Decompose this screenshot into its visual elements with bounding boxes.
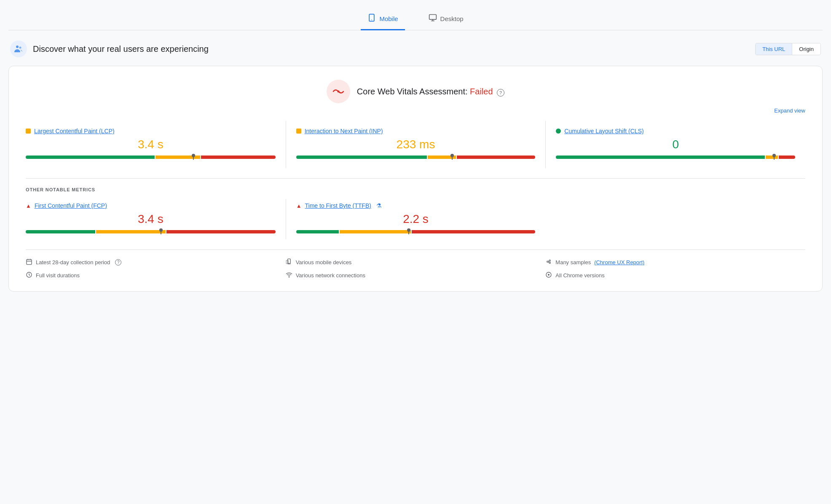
svg-point-17 [549, 262, 550, 263]
footer-info: Latest 28-day collection period ? Variou… [26, 249, 805, 279]
clock-icon [26, 271, 32, 279]
fcp-value: 3.4 s [26, 212, 276, 226]
ttfb-name[interactable]: Time to First Byte (TTFB) [305, 202, 371, 209]
ttfb-bar [296, 230, 536, 233]
tab-desktop[interactable]: Desktop [422, 8, 470, 30]
ttfb-marker [408, 229, 409, 234]
svg-point-15 [547, 261, 548, 262]
empty-metric [545, 199, 805, 239]
footer-mobile-devices: Various mobile devices [286, 258, 546, 266]
svg-line-19 [548, 262, 549, 263]
inp-metric: Interaction to Next Paint (INP) 233 ms [286, 121, 546, 168]
lcp-value: 3.4 s [26, 138, 276, 151]
fcp-bar-red [166, 230, 276, 233]
lcp-metric: Largest Contentful Paint (LCP) 3.4 s [26, 121, 286, 168]
mobile-icon [367, 13, 376, 24]
lcp-dot [26, 129, 31, 134]
fcp-bar [26, 230, 276, 233]
lcp-bar-red [201, 155, 276, 159]
inp-label-row: Interaction to Next Paint (INP) [296, 128, 536, 134]
tab-desktop-label: Desktop [440, 15, 464, 22]
svg-rect-0 [370, 14, 375, 21]
collection-help-icon[interactable]: ? [115, 259, 121, 265]
ttfb-metric: ▲ Time to First Byte (TTFB) ⚗ 2.2 s [286, 199, 546, 239]
inp-value: 233 ms [296, 138, 536, 151]
ttfb-value: 2.2 s [296, 212, 536, 226]
main-card: Core Web Vitals Assessment: Failed ? Exp… [8, 66, 823, 292]
footer-network: Various network connections [286, 271, 546, 279]
header-left: Discover what your real users are experi… [10, 40, 209, 57]
footer-chrome-text: All Chrome versions [555, 272, 604, 279]
footer-mobile-text: Various mobile devices [296, 259, 352, 265]
other-metrics-grid: ▲ First Contentful Paint (FCP) 3.4 s ▲ T… [26, 199, 805, 239]
svg-point-21 [289, 277, 289, 277]
footer-collection-text: Latest 28-day collection period [36, 259, 110, 265]
assessment-title: Core Web Vitals Assessment: Failed ? [357, 87, 504, 97]
core-metrics-grid: Largest Contentful Paint (LCP) 3.4 s Int… [26, 121, 805, 168]
cls-bar-green [556, 155, 765, 159]
avatar [10, 40, 27, 57]
ttfb-bar-red [412, 230, 535, 233]
origin-button[interactable]: Origin [792, 43, 820, 55]
inp-marker [452, 155, 453, 160]
svg-rect-2 [429, 15, 436, 20]
svg-point-14 [289, 263, 289, 263]
ttfb-bar-orange [340, 230, 411, 233]
fcp-metric: ▲ First Contentful Paint (FCP) 3.4 s [26, 199, 286, 239]
svg-point-5 [16, 46, 19, 48]
this-url-button[interactable]: This URL [756, 43, 792, 55]
fcp-bar-container [26, 230, 276, 234]
svg-point-23 [548, 274, 550, 276]
lcp-bar-container [26, 155, 276, 160]
cls-bar [556, 155, 795, 159]
ttfb-bar-green [296, 230, 339, 233]
assessment-status: Failed [470, 87, 493, 96]
fcp-label-row: ▲ First Contentful Paint (FCP) [26, 202, 276, 209]
cls-metric: Cumulative Layout Shift (CLS) 0 [545, 121, 805, 168]
cls-bar-orange [766, 155, 777, 159]
inp-bar-green [296, 155, 427, 159]
svg-line-18 [548, 261, 549, 261]
lcp-marker [193, 155, 194, 160]
assessment-icon [327, 80, 350, 103]
desktop-icon [429, 13, 437, 24]
header-section: Discover what your real users are experi… [8, 40, 823, 57]
tab-mobile-label: Mobile [379, 15, 398, 22]
inp-bar-red [457, 155, 535, 159]
svg-point-7 [337, 91, 339, 93]
inp-bar [296, 155, 536, 159]
fcp-triangle-icon: ▲ [26, 203, 31, 209]
mobile-devices-icon [286, 258, 292, 266]
cls-dot [556, 129, 561, 134]
lcp-bar-green [26, 155, 155, 159]
tab-bar: Mobile Desktop [8, 8, 823, 30]
cls-marker [774, 155, 775, 160]
ttfb-triangle-icon: ▲ [296, 203, 302, 209]
expand-view-link[interactable]: Expand view [774, 107, 805, 114]
fcp-bar-orange [96, 230, 166, 233]
assessment-header: Core Web Vitals Assessment: Failed ? [26, 80, 805, 103]
lcp-name[interactable]: Largest Contentful Paint (LCP) [34, 128, 115, 134]
inp-dot [296, 129, 301, 134]
chrome-ux-report-link[interactable]: (Chrome UX Report) [594, 259, 644, 265]
calendar-icon [26, 258, 32, 266]
samples-icon [545, 258, 552, 266]
inp-bar-container [296, 155, 536, 160]
section-divider [26, 178, 805, 179]
flask-icon: ⚗ [376, 202, 382, 209]
cls-name[interactable]: Cumulative Layout Shift (CLS) [564, 128, 643, 134]
chrome-icon [545, 271, 552, 279]
footer-visit-duration: Full visit durations [26, 271, 286, 279]
fcp-name[interactable]: First Contentful Paint (FCP) [35, 202, 107, 209]
help-icon[interactable]: ? [497, 89, 504, 97]
footer-chrome-versions: All Chrome versions [545, 271, 805, 279]
other-metrics-label: OTHER NOTABLE METRICS [26, 187, 805, 192]
fcp-bar-green [26, 230, 95, 233]
wifi-icon [286, 271, 292, 279]
inp-name[interactable]: Interaction to Next Paint (INP) [305, 128, 383, 134]
tab-mobile[interactable]: Mobile [361, 8, 405, 30]
footer-network-text: Various network connections [296, 272, 365, 279]
fcp-marker [161, 229, 161, 234]
svg-point-16 [549, 260, 550, 261]
ttfb-bar-container [296, 230, 536, 234]
